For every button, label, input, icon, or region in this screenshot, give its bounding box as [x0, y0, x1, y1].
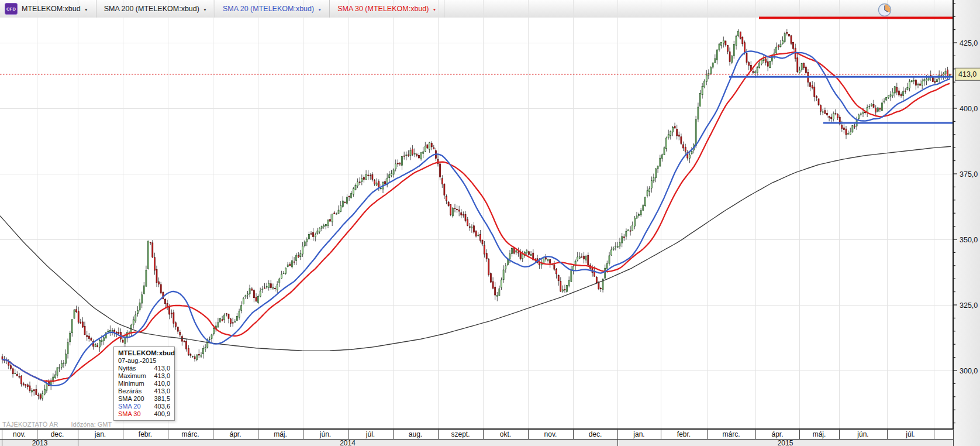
- indicator-sma30-selector[interactable]: SMA 30 (MTELEKOM:xbud) ▼: [330, 0, 444, 18]
- drawing-overlays[interactable]: [729, 18, 953, 123]
- month-label: júl.: [905, 430, 915, 438]
- cfd-badge: CFD: [5, 3, 18, 15]
- instrument-selector[interactable]: CFD MTELEKOM:xbud ▼: [0, 0, 96, 18]
- month-label: jan.: [633, 430, 644, 438]
- time-axis[interactable]: nov.dec.jan.febr.márc.ápr.máj.jún.júl.au…: [0, 429, 953, 446]
- month-label: ápr.: [229, 430, 241, 438]
- month-label: dec.: [51, 430, 64, 438]
- price-tick-label: 300,0: [960, 367, 978, 375]
- price-tick-label: 375,0: [960, 170, 978, 179]
- tooltip-row-open: Nyitás413,0: [118, 365, 170, 372]
- tooltip-row-sma200: SMA 200381,5: [118, 395, 170, 403]
- month-label: jún.: [319, 430, 331, 438]
- month-label: jan.: [94, 430, 106, 438]
- price-tick-label: 350,0: [960, 236, 978, 244]
- timezone-label: Időzóna: GMT: [71, 421, 112, 428]
- month-label: febr.: [139, 430, 152, 438]
- tooltip-row-sma30: SMA 30400,9: [118, 410, 170, 418]
- year-label: 2014: [340, 439, 356, 446]
- sma200-line: [0, 146, 951, 351]
- chevron-down-icon: ▼: [84, 8, 88, 12]
- tooltip-date: 07-aug.-2015: [118, 357, 170, 365]
- month-label: máj.: [274, 430, 287, 438]
- indicator-sma20-label: SMA 20 (MTELEKOM:xbud): [223, 5, 314, 13]
- month-label: nov.: [13, 430, 26, 438]
- month-label: márc.: [723, 430, 740, 438]
- current-price-marker-label: 413,0: [958, 70, 976, 78]
- sma30-line: [2, 52, 950, 381]
- month-label: máj.: [813, 430, 826, 438]
- instrument-label: MTELEKOM:xbud: [22, 5, 81, 13]
- chevron-down-icon: ▼: [203, 8, 207, 12]
- sma20-line: [2, 51, 950, 386]
- tooltip-row-sma20: SMA 20403,6: [118, 403, 170, 410]
- tooltip-row-high: Maximum413,0: [118, 372, 170, 380]
- session-clock-icon[interactable]: [877, 2, 892, 20]
- tooltip-row-low: Minimum410,0: [118, 380, 170, 387]
- month-label: aug.: [409, 430, 422, 438]
- price-axis[interactable]: [954, 0, 980, 446]
- price-tick-label: 425,0: [960, 39, 978, 47]
- chevron-down-icon: ▼: [318, 8, 322, 12]
- month-label: márc.: [182, 430, 199, 438]
- tooltip-symbol: MTELEKOM:xbud: [118, 349, 170, 357]
- month-label: ápr.: [771, 430, 783, 438]
- price-tick-label: 325,0: [960, 301, 978, 310]
- month-label: dec.: [589, 430, 602, 438]
- candles-layer: [2, 29, 950, 401]
- price-tick-label: 400,0: [960, 105, 978, 113]
- month-label: jún.: [857, 430, 868, 438]
- month-label: febr.: [677, 430, 691, 438]
- indicator-sma30-label: SMA 30 (MTELEKOM:xbud): [337, 5, 429, 13]
- trading-chart-window: 425,0400,0375,0350,0325,0300,0413,0nov.d…: [0, 0, 980, 446]
- month-label: júl.: [365, 430, 375, 438]
- tooltip-row-close: Bezárás413,0: [118, 387, 170, 395]
- indicator-sma20-selector[interactable]: SMA 20 (MTELEKOM:xbud) ▼: [215, 0, 330, 18]
- chart-toolbar: CFD MTELEKOM:xbud ▼ SMA 200 (MTELEKOM:xb…: [0, 0, 444, 18]
- month-label: okt.: [500, 430, 511, 438]
- ohlc-tooltip: MTELEKOM:xbud 07-aug.-2015 Nyitás413,0 M…: [113, 346, 175, 421]
- disclaimer-text: TÁJÉKOZTATÓ ÁR: [2, 421, 58, 428]
- indicator-sma200-selector[interactable]: SMA 200 (MTELEKOM:xbud) ▼: [96, 0, 215, 18]
- price-disclaimer: TÁJÉKOZTATÓ ÁRIdőzóna: GMT: [2, 421, 125, 428]
- chevron-down-icon: ▼: [432, 8, 436, 12]
- month-label: szept.: [451, 430, 470, 438]
- month-label: nov.: [544, 430, 557, 438]
- year-label: 2015: [778, 439, 793, 446]
- year-label: 2013: [32, 439, 48, 446]
- indicator-sma200-label: SMA 200 (MTELEKOM:xbud): [104, 5, 199, 13]
